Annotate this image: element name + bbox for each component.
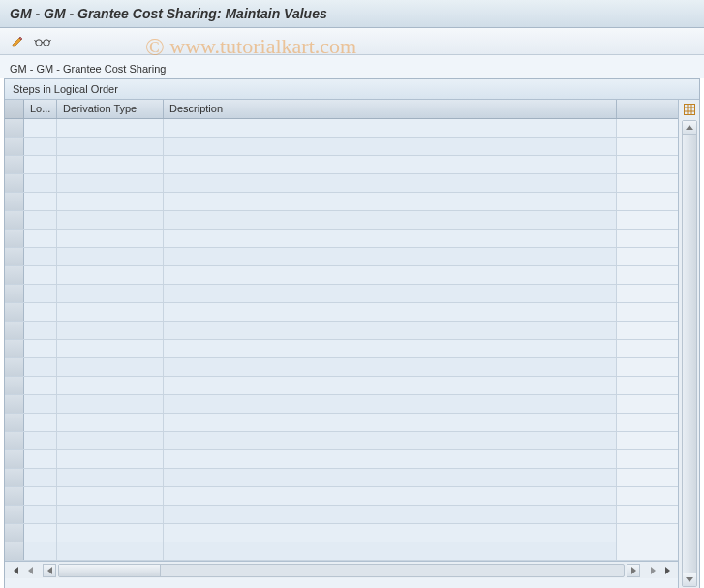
- cell-lo[interactable]: [24, 193, 57, 210]
- cell-lo[interactable]: [24, 377, 57, 394]
- hscroll-right-button[interactable]: [627, 564, 640, 577]
- cell-derivation-type[interactable]: [57, 377, 164, 394]
- next-column-button[interactable]: [646, 564, 659, 577]
- row-selector[interactable]: [5, 193, 24, 210]
- row-selector[interactable]: [5, 174, 24, 192]
- row-selector[interactable]: [5, 414, 24, 431]
- row-selector[interactable]: [5, 450, 24, 468]
- select-all-rows[interactable]: [5, 100, 24, 118]
- row-selector[interactable]: [5, 506, 24, 523]
- row-selector[interactable]: [5, 303, 24, 321]
- row-selector[interactable]: [5, 211, 24, 229]
- cell-description[interactable]: [164, 248, 617, 265]
- row-selector[interactable]: [5, 487, 24, 505]
- vscroll-down-button[interactable]: [683, 573, 696, 586]
- cell-derivation-type[interactable]: [57, 395, 164, 413]
- cell-derivation-type[interactable]: [57, 174, 164, 192]
- cell-lo[interactable]: [24, 432, 57, 449]
- cell-derivation-type[interactable]: [57, 248, 164, 265]
- cell-derivation-type[interactable]: [57, 230, 164, 247]
- cell-description[interactable]: [164, 230, 617, 247]
- row-selector[interactable]: [5, 138, 24, 155]
- row-selector[interactable]: [5, 377, 24, 394]
- first-column-button[interactable]: [9, 564, 22, 577]
- cell-derivation-type[interactable]: [57, 285, 164, 302]
- cell-description[interactable]: [164, 506, 617, 523]
- row-selector[interactable]: [5, 432, 24, 449]
- cell-lo[interactable]: [24, 487, 57, 505]
- cell-derivation-type[interactable]: [57, 358, 164, 376]
- cell-derivation-type[interactable]: [57, 156, 164, 173]
- cell-derivation-type[interactable]: [57, 193, 164, 210]
- cell-description[interactable]: [164, 211, 617, 229]
- cell-description[interactable]: [164, 358, 617, 376]
- cell-derivation-type[interactable]: [57, 469, 164, 486]
- cell-lo[interactable]: [24, 211, 57, 229]
- cell-description[interactable]: [164, 432, 617, 449]
- cell-derivation-type[interactable]: [57, 432, 164, 449]
- cell-derivation-type[interactable]: [57, 340, 164, 357]
- vscroll-thumb[interactable]: [683, 135, 696, 573]
- cell-lo[interactable]: [24, 542, 57, 560]
- table-settings-button[interactable]: [681, 101, 698, 118]
- vscroll-track[interactable]: [683, 135, 696, 573]
- cell-lo[interactable]: [24, 174, 57, 192]
- col-header-lo[interactable]: Lo...: [24, 100, 57, 118]
- cell-lo[interactable]: [24, 395, 57, 413]
- hscroll-track[interactable]: [58, 564, 625, 577]
- hscroll-left-button[interactable]: [43, 564, 56, 577]
- cell-lo[interactable]: [24, 358, 57, 376]
- cell-description[interactable]: [164, 138, 617, 155]
- col-header-description[interactable]: Description: [164, 100, 617, 118]
- row-selector[interactable]: [5, 542, 24, 560]
- cell-description[interactable]: [164, 414, 617, 431]
- cell-description[interactable]: [164, 322, 617, 339]
- cell-description[interactable]: [164, 266, 617, 284]
- cell-description[interactable]: [164, 340, 617, 357]
- cell-derivation-type[interactable]: [57, 450, 164, 468]
- row-selector[interactable]: [5, 119, 24, 137]
- cell-lo[interactable]: [24, 414, 57, 431]
- cell-lo[interactable]: [24, 469, 57, 486]
- row-selector[interactable]: [5, 395, 24, 413]
- row-selector[interactable]: [5, 469, 24, 486]
- cell-derivation-type[interactable]: [57, 138, 164, 155]
- cell-derivation-type[interactable]: [57, 119, 164, 137]
- cell-lo[interactable]: [24, 524, 57, 542]
- row-selector[interactable]: [5, 322, 24, 339]
- cell-description[interactable]: [164, 156, 617, 173]
- cell-description[interactable]: [164, 542, 617, 560]
- edit-button[interactable]: [8, 32, 27, 51]
- last-column-button[interactable]: [660, 564, 674, 577]
- cell-description[interactable]: [164, 524, 617, 542]
- cell-lo[interactable]: [24, 303, 57, 321]
- cell-lo[interactable]: [24, 285, 57, 302]
- cell-derivation-type[interactable]: [57, 487, 164, 505]
- col-header-derivation-type[interactable]: Derivation Type: [57, 100, 164, 118]
- cell-description[interactable]: [164, 450, 617, 468]
- cell-lo[interactable]: [24, 450, 57, 468]
- cell-derivation-type[interactable]: [57, 506, 164, 523]
- cell-description[interactable]: [164, 469, 617, 486]
- cell-derivation-type[interactable]: [57, 322, 164, 339]
- row-selector[interactable]: [5, 524, 24, 542]
- cell-description[interactable]: [164, 193, 617, 210]
- cell-description[interactable]: [164, 487, 617, 505]
- row-selector[interactable]: [5, 285, 24, 302]
- cell-lo[interactable]: [24, 248, 57, 265]
- cell-lo[interactable]: [24, 322, 57, 339]
- vscroll-up-button[interactable]: [683, 121, 696, 135]
- cell-lo[interactable]: [24, 138, 57, 155]
- hscroll-thumb[interactable]: [59, 565, 161, 576]
- cell-lo[interactable]: [24, 506, 57, 523]
- cell-derivation-type[interactable]: [57, 266, 164, 284]
- cell-description[interactable]: [164, 119, 617, 137]
- prev-column-button[interactable]: [23, 564, 37, 577]
- row-selector[interactable]: [5, 156, 24, 173]
- cell-derivation-type[interactable]: [57, 211, 164, 229]
- cell-description[interactable]: [164, 395, 617, 413]
- cell-derivation-type[interactable]: [57, 414, 164, 431]
- cell-description[interactable]: [164, 303, 617, 321]
- display-button[interactable]: [33, 32, 52, 51]
- cell-lo[interactable]: [24, 266, 57, 284]
